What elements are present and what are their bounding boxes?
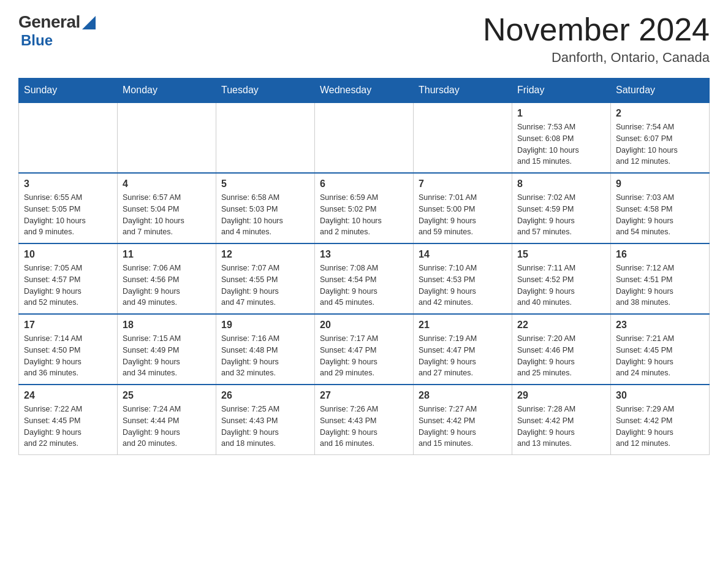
day-number: 4 — [123, 178, 211, 190]
day-number: 1 — [517, 108, 605, 119]
calendar-cell: 24Sunrise: 7:22 AMSunset: 4:45 PMDayligh… — [19, 385, 118, 455]
day-info: Sunrise: 7:01 AMSunset: 5:00 PMDaylight:… — [419, 192, 507, 238]
day-number: 10 — [24, 249, 112, 260]
day-number: 14 — [419, 249, 507, 260]
calendar-cell: 3Sunrise: 6:55 AMSunset: 5:05 PMDaylight… — [19, 173, 118, 243]
day-info: Sunrise: 6:57 AMSunset: 5:04 PMDaylight:… — [123, 192, 211, 238]
day-number: 26 — [221, 390, 309, 401]
calendar-cell: 2Sunrise: 7:54 AMSunset: 6:07 PMDaylight… — [611, 102, 710, 173]
day-info: Sunrise: 6:58 AMSunset: 5:03 PMDaylight:… — [221, 192, 309, 238]
day-info: Sunrise: 7:22 AMSunset: 4:45 PMDaylight:… — [24, 404, 112, 450]
day-number: 13 — [320, 249, 408, 260]
day-number: 28 — [419, 390, 507, 401]
calendar-cell: 12Sunrise: 7:07 AMSunset: 4:55 PMDayligh… — [216, 243, 315, 314]
day-info: Sunrise: 7:12 AMSunset: 4:51 PMDaylight:… — [616, 262, 704, 308]
day-number: 20 — [320, 320, 408, 331]
calendar-cell: 29Sunrise: 7:28 AMSunset: 4:42 PMDayligh… — [512, 385, 611, 455]
day-info: Sunrise: 7:24 AMSunset: 4:44 PMDaylight:… — [123, 404, 211, 450]
day-number: 15 — [517, 249, 605, 260]
day-number: 17 — [24, 320, 112, 331]
calendar-cell: 16Sunrise: 7:12 AMSunset: 4:51 PMDayligh… — [611, 243, 710, 314]
day-number: 29 — [517, 390, 605, 401]
day-number: 16 — [616, 249, 704, 260]
day-number: 11 — [123, 249, 211, 260]
day-info: Sunrise: 7:07 AMSunset: 4:55 PMDaylight:… — [221, 262, 309, 308]
day-info: Sunrise: 6:55 AMSunset: 5:05 PMDaylight:… — [24, 192, 112, 238]
day-number: 18 — [123, 320, 211, 331]
day-number: 23 — [616, 320, 704, 331]
calendar-cell: 21Sunrise: 7:19 AMSunset: 4:47 PMDayligh… — [414, 314, 512, 385]
day-info: Sunrise: 7:05 AMSunset: 4:57 PMDaylight:… — [24, 262, 112, 308]
calendar-cell — [118, 102, 216, 173]
calendar-cell: 6Sunrise: 6:59 AMSunset: 5:02 PMDaylight… — [315, 173, 414, 243]
calendar-cell: 4Sunrise: 6:57 AMSunset: 5:04 PMDaylight… — [118, 173, 216, 243]
weekday-header-tuesday: Tuesday — [216, 79, 315, 103]
calendar-table: SundayMondayTuesdayWednesdayThursdayFrid… — [18, 78, 710, 455]
day-info: Sunrise: 7:28 AMSunset: 4:42 PMDaylight:… — [517, 404, 605, 450]
calendar-week-3: 10Sunrise: 7:05 AMSunset: 4:57 PMDayligh… — [19, 243, 710, 314]
calendar-cell: 8Sunrise: 7:02 AMSunset: 4:59 PMDaylight… — [512, 173, 611, 243]
location: Danforth, Ontario, Canada — [483, 50, 710, 66]
day-number: 3 — [24, 178, 112, 190]
day-info: Sunrise: 7:54 AMSunset: 6:07 PMDaylight:… — [616, 121, 704, 167]
calendar-cell: 25Sunrise: 7:24 AMSunset: 4:44 PMDayligh… — [118, 385, 216, 455]
day-info: Sunrise: 7:25 AMSunset: 4:43 PMDaylight:… — [221, 404, 309, 450]
calendar-cell: 17Sunrise: 7:14 AMSunset: 4:50 PMDayligh… — [19, 314, 118, 385]
day-number: 30 — [616, 390, 704, 401]
calendar-cell — [414, 102, 512, 173]
weekday-header-friday: Friday — [512, 79, 611, 103]
calendar-week-1: 1Sunrise: 7:53 AMSunset: 6:08 PMDaylight… — [19, 102, 710, 173]
calendar-cell: 22Sunrise: 7:20 AMSunset: 4:46 PMDayligh… — [512, 314, 611, 385]
calendar-cell: 10Sunrise: 7:05 AMSunset: 4:57 PMDayligh… — [19, 243, 118, 314]
day-number: 2 — [616, 108, 704, 119]
svg-marker-0 — [82, 16, 96, 29]
calendar-cell: 19Sunrise: 7:16 AMSunset: 4:48 PMDayligh… — [216, 314, 315, 385]
day-info: Sunrise: 7:20 AMSunset: 4:46 PMDaylight:… — [517, 333, 605, 379]
logo-arrow-icon — [82, 16, 96, 29]
day-number: 8 — [517, 178, 605, 190]
calendar-cell — [19, 102, 118, 173]
day-info: Sunrise: 7:02 AMSunset: 4:59 PMDaylight:… — [517, 192, 605, 238]
day-info: Sunrise: 7:21 AMSunset: 4:45 PMDaylight:… — [616, 333, 704, 379]
calendar-week-4: 17Sunrise: 7:14 AMSunset: 4:50 PMDayligh… — [19, 314, 710, 385]
day-number: 21 — [419, 320, 507, 331]
day-number: 25 — [123, 390, 211, 401]
day-number: 5 — [221, 178, 309, 190]
day-info: Sunrise: 7:03 AMSunset: 4:58 PMDaylight:… — [616, 192, 704, 238]
calendar-cell: 30Sunrise: 7:29 AMSunset: 4:42 PMDayligh… — [611, 385, 710, 455]
day-number: 7 — [419, 178, 507, 190]
logo-general-text: General — [18, 12, 80, 32]
day-info: Sunrise: 7:19 AMSunset: 4:47 PMDaylight:… — [419, 333, 507, 379]
weekday-header-wednesday: Wednesday — [315, 79, 414, 103]
calendar-cell: 14Sunrise: 7:10 AMSunset: 4:53 PMDayligh… — [414, 243, 512, 314]
day-number: 22 — [517, 320, 605, 331]
day-info: Sunrise: 7:53 AMSunset: 6:08 PMDaylight:… — [517, 121, 605, 167]
calendar-cell: 20Sunrise: 7:17 AMSunset: 4:47 PMDayligh… — [315, 314, 414, 385]
calendar-cell: 13Sunrise: 7:08 AMSunset: 4:54 PMDayligh… — [315, 243, 414, 314]
page-header: General Blue November 2024 Danforth, Ont… — [18, 12, 710, 66]
calendar-cell: 15Sunrise: 7:11 AMSunset: 4:52 PMDayligh… — [512, 243, 611, 314]
calendar-week-2: 3Sunrise: 6:55 AMSunset: 5:05 PMDaylight… — [19, 173, 710, 243]
logo-blue-text: Blue — [21, 32, 53, 48]
day-number: 6 — [320, 178, 408, 190]
weekday-header-row: SundayMondayTuesdayWednesdayThursdayFrid… — [19, 79, 710, 103]
title-section: November 2024 Danforth, Ontario, Canada — [483, 12, 710, 66]
calendar-cell: 23Sunrise: 7:21 AMSunset: 4:45 PMDayligh… — [611, 314, 710, 385]
day-info: Sunrise: 7:29 AMSunset: 4:42 PMDaylight:… — [616, 404, 704, 450]
day-number: 24 — [24, 390, 112, 401]
day-number: 9 — [616, 178, 704, 190]
month-title: November 2024 — [483, 12, 710, 47]
day-info: Sunrise: 7:10 AMSunset: 4:53 PMDaylight:… — [419, 262, 507, 308]
day-number: 27 — [320, 390, 408, 401]
day-number: 12 — [221, 249, 309, 260]
weekday-header-sunday: Sunday — [19, 79, 118, 103]
calendar-cell: 11Sunrise: 7:06 AMSunset: 4:56 PMDayligh… — [118, 243, 216, 314]
day-info: Sunrise: 7:15 AMSunset: 4:49 PMDaylight:… — [123, 333, 211, 379]
day-info: Sunrise: 7:11 AMSunset: 4:52 PMDaylight:… — [517, 262, 605, 308]
day-info: Sunrise: 7:08 AMSunset: 4:54 PMDaylight:… — [320, 262, 408, 308]
weekday-header-thursday: Thursday — [414, 79, 512, 103]
calendar-cell: 28Sunrise: 7:27 AMSunset: 4:42 PMDayligh… — [414, 385, 512, 455]
weekday-header-monday: Monday — [118, 79, 216, 103]
day-info: Sunrise: 7:27 AMSunset: 4:42 PMDaylight:… — [419, 404, 507, 450]
day-info: Sunrise: 7:16 AMSunset: 4:48 PMDaylight:… — [221, 333, 309, 379]
